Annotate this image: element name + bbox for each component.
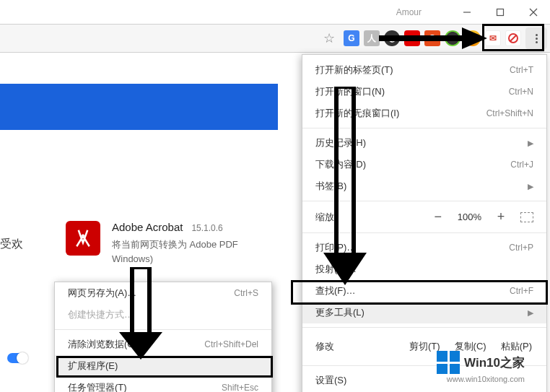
submenu-task-manager[interactable]: 任务管理器(T)Shift+Esc [55, 377, 271, 392]
submenu-arrow-icon: ▶ [528, 308, 533, 318]
mask-ext-icon[interactable]: ◐ [384, 30, 400, 46]
extension-card-acrobat: Adobe Acrobat 15.1.0.6 将当前网页转换为 Adobe PD… [54, 209, 285, 277]
menu-zoom-row: 缩放 − 100% + [302, 205, 546, 229]
menu-shortcut: Ctrl+N [509, 87, 533, 97]
google-translate-ext-icon[interactable]: G [344, 30, 359, 46]
browser-toolbar: ☆ G 人 ◐ ABP O ✉ [0, 24, 550, 53]
submenu-extensions[interactable]: 扩展程序(E) [55, 355, 271, 377]
menu-cast[interactable]: 投射(C)… [302, 258, 546, 280]
adobe-acrobat-icon [66, 221, 100, 256]
menu-label: 清除浏览数据(C)… [68, 338, 147, 351]
maximize-button[interactable] [484, 1, 517, 23]
chrome-ext-icon[interactable] [465, 30, 481, 46]
fullscreen-icon[interactable] [520, 212, 533, 222]
menu-find[interactable]: 查找(F)…Ctrl+F [302, 280, 546, 302]
extension-toggle[interactable] [7, 353, 27, 363]
extension-description: 将当前网页转换为 Adobe PDFWindows) [112, 238, 238, 266]
pdf-ext-icon[interactable]: 人 [364, 30, 380, 46]
menu-label: 历史记录(H) [315, 136, 366, 149]
menu-shortcut: Ctrl+Shift+N [486, 108, 533, 118]
menu-label: 打开新的无痕窗口(I) [315, 107, 399, 120]
windows-logo-icon [437, 351, 460, 374]
svg-rect-1 [497, 9, 504, 16]
menu-shortcut: Ctrl+P [509, 243, 533, 253]
menu-shortcut: Ctrl+S [234, 288, 258, 298]
menu-separator [302, 232, 546, 233]
menu-label: 下载内容(D) [315, 158, 366, 171]
zoom-in-button[interactable]: + [494, 209, 507, 225]
menu-label: 投射(C)… [315, 263, 357, 276]
menu-history[interactable]: 历史记录(H)▶ [302, 132, 546, 154]
kebab-menu-icon [536, 32, 538, 45]
submenu-save-as[interactable]: 网页另存为(A)…Ctrl+S [55, 282, 271, 304]
menu-label: 设置(S) [315, 374, 346, 387]
zoom-value: 100% [458, 212, 481, 222]
menu-more-tools[interactable]: 更多工具(L)▶ [302, 302, 546, 323]
menu-label: 查找(F)… [315, 284, 356, 297]
menu-label: 创建快捷方式… [68, 308, 134, 321]
menu-label: 打印(P)… [315, 241, 356, 254]
menu-zoom-label: 缩放 [315, 211, 334, 224]
menu-label: 任务管理器(T) [68, 381, 127, 392]
sync-ext-icon[interactable] [505, 30, 521, 46]
svg-line-5 [510, 35, 516, 41]
menu-incognito[interactable]: 打开新的无痕窗口(I)Ctrl+Shift+N [302, 103, 546, 124]
submenu-clear-data[interactable]: 清除浏览数据(C)…Ctrl+Shift+Del [55, 334, 271, 355]
bookmark-star-icon[interactable]: ☆ [323, 30, 335, 46]
menu-bookmarks[interactable]: 书签(B)▶ [302, 175, 546, 197]
menu-shortcut: Ctrl+T [510, 65, 533, 75]
menu-label: 网页另存为(A)… [68, 287, 136, 300]
menu-new-tab[interactable]: 打开新的标签页(T)Ctrl+T [302, 59, 546, 81]
gmail-ext-icon[interactable]: ✉ [485, 30, 501, 46]
menu-label: 打开新的窗口(N) [315, 85, 385, 98]
extension-title: Adobe Acrobat [112, 221, 183, 233]
watermark-url: www.win10xitong.com [447, 375, 525, 383]
menu-shortcut: Shift+Esc [222, 383, 258, 392]
submenu-arrow-icon: ▶ [528, 139, 533, 148]
close-button[interactable] [517, 1, 550, 23]
menu-shortcut: Ctrl+Shift+Del [204, 339, 258, 349]
menu-shortcut: Ctrl+F [510, 286, 533, 296]
menu-separator [302, 327, 546, 328]
zoom-out-button[interactable]: − [432, 209, 445, 225]
submenu-arrow-icon: ▶ [528, 182, 533, 191]
menu-separator [302, 201, 546, 201]
menu-label: 书签(B) [315, 180, 346, 193]
menu-separator [55, 329, 271, 330]
evernote-ext-icon[interactable] [445, 30, 460, 46]
office-ext-icon[interactable]: O [424, 30, 440, 46]
submenu-create-shortcut: 创建快捷方式… [55, 304, 271, 326]
adblock-ext-icon[interactable]: ABP [404, 30, 420, 46]
chrome-main-menu: 打开新的标签页(T)Ctrl+T 打开新的窗口(N)Ctrl+N 打开新的无痕窗… [302, 54, 547, 392]
more-tools-submenu: 网页另存为(A)…Ctrl+S 创建快捷方式… 清除浏览数据(C)…Ctrl+S… [54, 282, 272, 392]
menu-label: 扩展程序(E) [68, 360, 118, 373]
menu-separator [302, 128, 546, 129]
menu-downloads[interactable]: 下载内容(D)Ctrl+J [302, 154, 546, 175]
menu-new-window[interactable]: 打开新的窗口(N)Ctrl+N [302, 81, 546, 103]
watermark-logo: Win10之家 [437, 351, 525, 374]
page-text-fragment: 受欢 [0, 237, 23, 252]
chrome-menu-button[interactable] [525, 27, 547, 49]
page-banner [0, 84, 278, 130]
minimize-button[interactable] [450, 1, 484, 23]
menu-label: 打开新的标签页(T) [315, 64, 393, 77]
menu-shortcut: Ctrl+J [510, 160, 533, 170]
extension-version: 15.1.0.6 [191, 223, 222, 233]
menu-label: 更多工具(L) [315, 306, 365, 319]
menu-edit-label: 修改 [310, 340, 402, 353]
menu-print[interactable]: 打印(P)…Ctrl+P [302, 237, 546, 258]
window-title: Amour [396, 7, 422, 17]
